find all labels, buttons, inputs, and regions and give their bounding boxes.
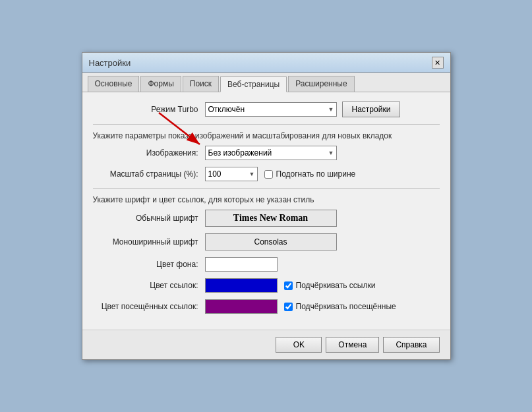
tab-rasshirennye[interactable]: Расширенные: [288, 76, 355, 92]
normal-font-button[interactable]: Times New Roman: [205, 210, 337, 227]
turbo-select-wrapper: Отключён: [205, 102, 337, 117]
visited-color-row: Цвет посещённых ссылок: Подчёркивать пос…: [93, 299, 440, 314]
mono-font-button[interactable]: Consolas: [205, 233, 337, 250]
normal-font-label: Обычный шрифт: [93, 214, 205, 223]
bg-color-label: Цвет фона:: [93, 260, 205, 269]
tab-web[interactable]: Веб-страницы: [220, 76, 287, 92]
settings-dialog: Настройки ✕ Основные Формы Поиск Веб-стр…: [82, 52, 451, 360]
underline-visited-checkbox[interactable]: [284, 303, 293, 311]
mono-font-label: Моноширинный шрифт: [93, 237, 205, 247]
tab-content: Режим Turbo Отключён Настройки Укажите п…: [82, 92, 450, 330]
underline-links-checkbox[interactable]: [284, 281, 293, 290]
images-select-wrapper: Без изображений: [205, 146, 337, 160]
bg-color-box[interactable]: [205, 257, 278, 272]
normal-font-row: Обычный шрифт Times New Roman: [93, 210, 440, 227]
scale-select-wrapper: 100: [205, 167, 258, 181]
ok-button[interactable]: OK: [276, 337, 322, 353]
separator-2: [93, 188, 440, 189]
images-section-desc: Укажите параметры показа изображений и м…: [93, 131, 440, 140]
fit-width-checkbox[interactable]: [264, 170, 273, 179]
turbo-label: Режим Turbo: [93, 105, 205, 114]
dialog-footer: OK Отмена Справка: [82, 330, 450, 359]
underline-links-label: Подчёркивать ссылки: [284, 281, 376, 290]
images-row: Изображения: Без изображений: [93, 146, 440, 160]
link-color-box[interactable]: [205, 278, 278, 293]
images-label: Изображения:: [93, 148, 205, 158]
turbo-row: Режим Turbo Отключён Настройки: [93, 102, 440, 117]
close-button[interactable]: ✕: [432, 57, 444, 69]
scale-row: Масштаб страницы (%): 100 Подогнать по ш…: [93, 167, 440, 181]
mono-font-row: Моноширинный шрифт Consolas: [93, 233, 440, 250]
visited-color-box[interactable]: [205, 299, 278, 314]
visited-color-label: Цвет посещённых ссылок:: [93, 302, 205, 311]
link-color-row: Цвет ссылок: Подчёркивать ссылки: [93, 278, 440, 293]
tab-poisk[interactable]: Поиск: [183, 76, 219, 92]
scale-label: Масштаб страницы (%):: [93, 169, 205, 179]
tab-osnovnye[interactable]: Основные: [88, 76, 140, 92]
link-color-label: Цвет ссылок:: [93, 281, 205, 290]
help-button[interactable]: Справка: [383, 337, 439, 353]
images-select-wrapper-outer: Без изображений: [205, 146, 337, 160]
bg-color-row: Цвет фона:: [93, 257, 440, 272]
turbo-settings-button[interactable]: Настройки: [342, 102, 401, 117]
separator-1: [93, 124, 440, 125]
cancel-button[interactable]: Отмена: [326, 337, 379, 353]
tab-formy[interactable]: Формы: [140, 76, 181, 92]
turbo-select[interactable]: Отключён: [205, 102, 337, 117]
fonts-section-desc: Укажите шрифт и цвет ссылок, для которых…: [93, 195, 440, 204]
fit-width-label: Подогнать по ширине: [264, 169, 356, 179]
tab-bar: Основные Формы Поиск Веб-страницы Расшир…: [82, 73, 450, 92]
underline-visited-label: Подчёркивать посещённые: [284, 302, 396, 311]
images-select[interactable]: Без изображений: [205, 146, 337, 160]
title-bar: Настройки ✕: [82, 53, 450, 73]
dialog-title: Настройки: [89, 58, 131, 68]
scale-select[interactable]: 100: [205, 167, 258, 181]
